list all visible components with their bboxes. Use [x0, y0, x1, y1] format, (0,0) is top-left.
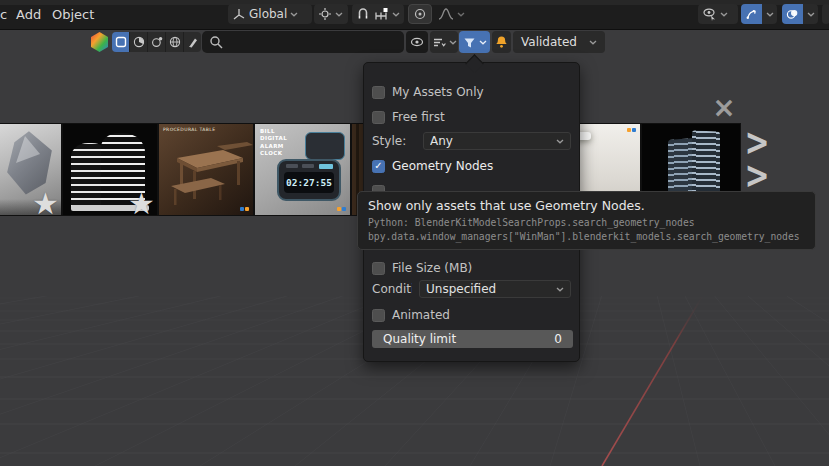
my-assets-checkbox[interactable] — [372, 86, 385, 99]
material-sphere-icon — [133, 36, 145, 48]
asset-thumbnail-table[interactable]: PROCEDURAL TABLE — [159, 124, 253, 215]
quality-limit-slider[interactable]: Quality limit 0 — [372, 330, 573, 348]
free-star-badge: ★ — [32, 189, 59, 215]
geometry-nodes-checkbox[interactable]: ✓ — [372, 160, 385, 173]
sort-dropdown[interactable] — [430, 31, 458, 53]
chevron-down-icon — [290, 12, 298, 17]
tooltip-python-path: bpy.data.window_managers["WinMan"].blend… — [368, 230, 805, 244]
chevron-down-icon — [335, 12, 343, 17]
clock-back — [305, 132, 345, 160]
proportional-circle-icon — [413, 7, 427, 21]
blender-window: c Add Object Global — [0, 0, 829, 466]
proportional-editing-toggle[interactable] — [408, 4, 432, 24]
vendor-logo — [627, 128, 636, 132]
menu-object[interactable]: Object — [48, 6, 98, 23]
overlays-icon — [786, 7, 799, 21]
scene-icon — [151, 36, 163, 48]
tab-scenes[interactable] — [148, 32, 166, 52]
asset-thumbnail-building[interactable]: ★ — [63, 124, 157, 215]
file-size-label: File Size (MB) — [392, 261, 472, 275]
view-object-types-dropdown[interactable] — [698, 4, 738, 24]
proportional-falloff-dropdown[interactable] — [434, 4, 470, 24]
search-input[interactable] — [228, 34, 397, 50]
close-asset-bar-button[interactable]: × — [709, 92, 739, 122]
filter-row-file-size: File Size (MB) — [372, 259, 571, 277]
asset-search-field[interactable] — [202, 31, 404, 53]
overlays-dropdown[interactable] — [803, 4, 818, 24]
animated-checkbox[interactable] — [372, 309, 385, 322]
chevron-down-icon — [479, 40, 487, 45]
condition-value: Unspecified — [426, 282, 556, 296]
thumbnail-caption: BILL DIGITAL ALARM CLOCK — [260, 128, 292, 158]
free-first-label: Free first — [392, 110, 445, 124]
tab-models[interactable] — [112, 32, 130, 52]
pivot-point-dropdown[interactable] — [314, 4, 348, 24]
transform-orientation-dropdown[interactable]: Global — [228, 4, 312, 24]
clock-snooze-button — [319, 164, 333, 169]
chevron-down-icon — [766, 12, 774, 17]
clock-button — [302, 164, 314, 168]
notifications-button[interactable] — [492, 31, 511, 53]
filter-row-animated: Animated — [372, 306, 571, 324]
asset-thumbnail-rock[interactable]: ★ — [0, 124, 61, 215]
tab-hdrs[interactable] — [166, 32, 184, 52]
free-first-checkbox[interactable] — [372, 111, 385, 124]
x-axis-line — [602, 290, 706, 466]
menu-add[interactable]: Add — [12, 6, 45, 23]
asset-thumbnail-clock[interactable]: BILL DIGITAL ALARM CLOCK 02:27:55 — [255, 124, 350, 215]
falloff-curve-icon — [438, 7, 454, 21]
clock-button — [286, 164, 298, 168]
snap-increment-icon[interactable] — [374, 7, 388, 21]
chevron-down-icon — [457, 12, 465, 17]
chevron-down-icon — [589, 40, 597, 45]
orientation-axes-icon — [232, 7, 246, 21]
condition-select[interactable]: Unspecified — [419, 280, 571, 298]
chevron-down-icon — [556, 139, 564, 144]
animated-label: Animated — [392, 308, 450, 322]
free-star-badge: ★ — [128, 189, 155, 215]
filter-row-my-assets: My Assets Only — [372, 83, 571, 101]
pivot-point-icon — [318, 7, 332, 21]
style-value: Any — [430, 134, 556, 148]
search-icon — [209, 35, 223, 49]
clock-body: 02:27:55 — [277, 159, 341, 201]
style-label: Style: — [372, 134, 416, 148]
filter-dropdown-button[interactable] — [459, 31, 490, 53]
snap-magnet-icon[interactable] — [356, 7, 370, 21]
clock-display: 02:27:55 — [284, 172, 334, 193]
viewport-header: c Add Object Global — [0, 0, 829, 30]
scroll-next-button-2[interactable]: > — [744, 154, 770, 194]
gizmo-dropdown[interactable] — [762, 4, 777, 24]
quality-limit-value: 0 — [554, 332, 562, 346]
filter-row-style: Style: Any — [372, 132, 571, 150]
geometry-nodes-label: Geometry Nodes — [392, 159, 493, 173]
chevron-down-icon — [449, 40, 457, 45]
file-size-checkbox[interactable] — [372, 262, 385, 275]
blenderkit-logo[interactable] — [89, 31, 110, 53]
show-gizmo-toggle[interactable] — [741, 4, 762, 24]
brush-icon — [187, 36, 199, 48]
model-icon — [115, 36, 127, 48]
tab-materials[interactable] — [130, 32, 148, 52]
asset-type-tabs — [112, 32, 201, 52]
style-select[interactable]: Any — [423, 132, 571, 150]
eye-icon — [410, 36, 424, 48]
tab-brushes[interactable] — [184, 32, 201, 52]
show-overlays-toggle[interactable] — [782, 4, 803, 24]
chevron-down-icon — [720, 12, 728, 17]
orientation-value: Global — [249, 7, 287, 21]
chevron-down-icon — [392, 12, 400, 17]
gizmo-icon — [745, 7, 758, 21]
quality-limit-label: Quality limit — [383, 332, 554, 346]
filter-row-free-first: Free first — [372, 108, 571, 126]
shading-mode-button-clipped[interactable] — [822, 4, 829, 24]
geometry-nodes-tooltip: Show only assets that use Geometry Nodes… — [357, 191, 816, 250]
vendor-logo — [337, 207, 346, 211]
tooltip-title: Show only assets that use Geometry Nodes… — [368, 198, 805, 213]
ribbon-filter-value: Validated — [521, 35, 577, 49]
clipped-menu-item[interactable]: c — [0, 6, 12, 23]
filter-row-geometry-nodes: ✓ Geometry Nodes — [372, 157, 571, 175]
ribbon-filter-dropdown[interactable]: Validated — [513, 31, 605, 53]
preview-eye-button[interactable] — [406, 31, 428, 53]
snap-controls — [352, 4, 404, 24]
